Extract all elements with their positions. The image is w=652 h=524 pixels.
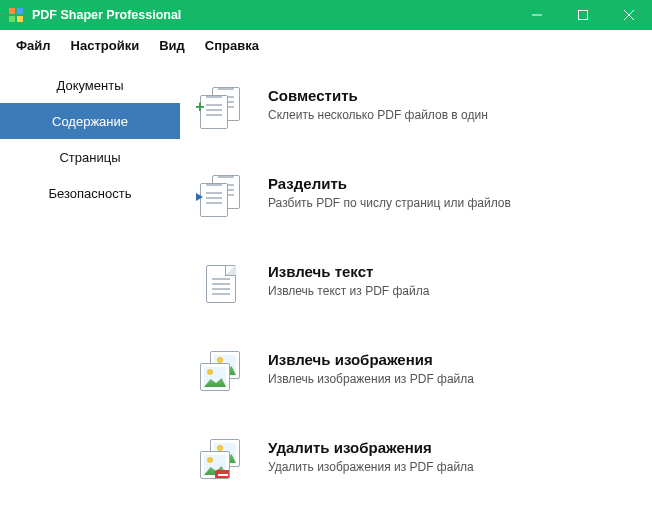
- maximize-button[interactable]: [560, 0, 606, 30]
- svg-rect-2: [9, 16, 15, 22]
- svg-rect-4: [579, 11, 588, 20]
- action-title: Удалить изображения: [268, 439, 474, 456]
- titlebar: PDF Shaper Professional: [0, 0, 652, 30]
- app-icon: [8, 7, 24, 23]
- action-desc: Разбить PDF по числу страниц или файлов: [268, 196, 511, 210]
- window-controls: [514, 0, 652, 30]
- close-button[interactable]: [606, 0, 652, 30]
- window-title: PDF Shaper Professional: [32, 8, 514, 22]
- merge-icon: +: [196, 85, 246, 131]
- svg-rect-1: [17, 8, 23, 14]
- menubar: Файл Настройки Вид Справка: [0, 30, 652, 61]
- action-title: Извлечь текст: [268, 263, 429, 280]
- sidebar-item-label: Содержание: [52, 114, 128, 129]
- action-title: Извлечь изображения: [268, 351, 474, 368]
- sidebar-item-label: Документы: [56, 78, 123, 93]
- delete-images-icon: [196, 437, 246, 483]
- menu-help[interactable]: Справка: [197, 36, 267, 55]
- sidebar-item-security[interactable]: Безопасность: [0, 175, 180, 211]
- sidebar-item-pages[interactable]: Страницы: [0, 139, 180, 175]
- menu-settings[interactable]: Настройки: [63, 36, 148, 55]
- menu-file[interactable]: Файл: [8, 36, 59, 55]
- action-delete-images[interactable]: Удалить изображения Удалить изображения …: [192, 427, 640, 515]
- action-title: Совместить: [268, 87, 488, 104]
- action-extract-text[interactable]: Извлечь текст Извлечь текст из PDF файла: [192, 251, 640, 339]
- extract-images-icon: [196, 349, 246, 395]
- action-desc: Склеить несколько PDF файлов в один: [268, 108, 488, 122]
- action-extract-images[interactable]: Извлечь изображения Извлечь изображения …: [192, 339, 640, 427]
- action-desc: Извлечь изображения из PDF файла: [268, 372, 474, 386]
- action-split[interactable]: Разделить Разбить PDF по числу страниц и…: [192, 163, 640, 251]
- action-title: Разделить: [268, 175, 511, 192]
- sidebar: Документы Содержание Страницы Безопаснос…: [0, 61, 180, 524]
- action-desc: Извлечь текст из PDF файла: [268, 284, 429, 298]
- svg-rect-3: [17, 16, 23, 22]
- minimize-button[interactable]: [514, 0, 560, 30]
- extract-text-icon: [196, 261, 246, 307]
- sidebar-item-label: Безопасность: [49, 186, 132, 201]
- action-desc: Удалить изображения из PDF файла: [268, 460, 474, 474]
- sidebar-item-content[interactable]: Содержание: [0, 103, 180, 139]
- sidebar-item-label: Страницы: [59, 150, 120, 165]
- menu-view[interactable]: Вид: [151, 36, 193, 55]
- split-icon: [196, 173, 246, 219]
- content-panel: + Совместить Склеить несколько PDF файло…: [180, 61, 652, 524]
- sidebar-item-documents[interactable]: Документы: [0, 67, 180, 103]
- action-merge[interactable]: + Совместить Склеить несколько PDF файло…: [192, 75, 640, 163]
- svg-rect-0: [9, 8, 15, 14]
